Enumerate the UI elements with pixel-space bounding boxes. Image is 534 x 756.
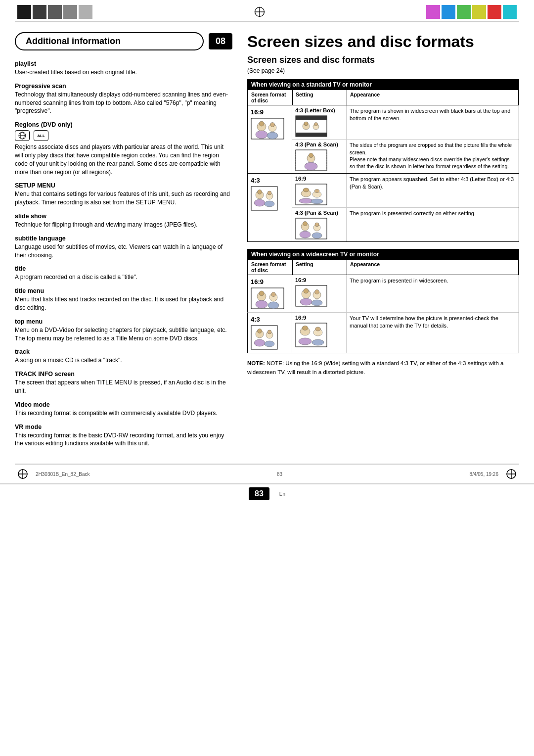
page-footer: 2H30301B_En_82_Back 83 8/4/05, 19:26 xyxy=(0,465,534,483)
entry-track: track A song on a music CD is called a "… xyxy=(15,348,232,365)
svg-point-46 xyxy=(312,233,322,238)
term-playlist: playlist xyxy=(15,60,232,67)
svg-point-35 xyxy=(303,188,309,192)
svg-point-60 xyxy=(312,300,322,306)
svg-point-45 xyxy=(300,231,311,238)
settings-169: 4:3 (Letter Box) xyxy=(292,105,519,173)
svg-point-56 xyxy=(304,288,309,293)
crosshair-bottom-left xyxy=(17,469,28,479)
color-block-r1 xyxy=(426,5,440,19)
desc-track-info: The screen that appears when TITLE MENU … xyxy=(15,378,232,395)
table-header-wide: Screen format of disc Setting Appearance xyxy=(248,260,519,275)
svg-rect-15 xyxy=(296,133,327,137)
setting-panscan-169: 4:3 (Pan & Scan) The si xyxy=(292,140,519,173)
svg-point-28 xyxy=(258,190,262,194)
disc-169: 16:9 xyxy=(248,105,292,173)
disc-wide-169: 16:9 xyxy=(248,275,292,312)
svg-point-58 xyxy=(315,290,319,294)
desc-subtitle-language: Language used for subtitles of movies, e… xyxy=(15,243,232,260)
svg-point-10 xyxy=(270,123,275,127)
svg-point-31 xyxy=(254,199,265,206)
setting-img-wide-43 xyxy=(295,323,327,347)
desc-playlist: User-created titles based on each origin… xyxy=(15,68,232,77)
term-subtitle-language: subtitle language xyxy=(15,235,232,242)
note-label: NOTE: xyxy=(247,360,265,366)
color-block-1 xyxy=(17,5,31,19)
appearance-wide-43: Your TV will determine how the picture i… xyxy=(347,313,519,353)
color-block-5 xyxy=(79,5,92,19)
svg-rect-26 xyxy=(251,187,277,210)
entry-track-info: TRACK INFO screen The screen that appear… xyxy=(15,371,232,395)
disc-label-43: 4:3 xyxy=(251,177,260,184)
setting-wide-43: 16:9 Your xyxy=(292,313,519,353)
color-block-r3 xyxy=(457,5,471,19)
desc-top-menu: Menu on a DVD-Video for selecting chapte… xyxy=(15,326,232,343)
col-disc: Screen format of disc xyxy=(248,90,293,105)
row-43: 4:3 xyxy=(247,173,519,242)
svg-point-72 xyxy=(315,327,321,331)
setting-wide-169: 16:9 The program is presen xyxy=(292,275,519,312)
svg-point-44 xyxy=(315,223,319,227)
desc-video-mode: This recording format is compatible with… xyxy=(15,409,232,418)
entry-setup-menu: SETUP MENU Menu that contains settings f… xyxy=(15,182,232,207)
entry-slide-show: slide show Technique for flipping throug… xyxy=(15,213,232,229)
term-track-info: TRACK INFO screen xyxy=(15,371,232,378)
term-setup-menu: SETUP MENU xyxy=(15,182,232,189)
col-appearance-wide: Appearance xyxy=(347,260,518,275)
entry-vr-mode: VR mode This recording format is the bas… xyxy=(15,424,232,448)
section-header: Additional information 08 xyxy=(15,32,232,50)
footer-left: 2H30301B_En_82_Back xyxy=(17,469,90,479)
term-progressive-scan: Progressive scan xyxy=(15,83,232,90)
term-regions: Regions (DVD only) xyxy=(15,121,232,128)
footer-lang: En xyxy=(279,491,285,497)
setting-label-wide-43: 16:9 xyxy=(292,313,347,353)
desc-track: A song on a music CD is called a "track"… xyxy=(15,356,232,365)
bottom-center: 83 En xyxy=(249,487,285,500)
setting-text-wide-169: 16:9 xyxy=(295,277,343,283)
row-169: 16:9 xyxy=(247,105,519,173)
svg-point-51 xyxy=(271,292,276,297)
entry-video-mode: Video mode This recording format is comp… xyxy=(15,401,232,418)
col-appearance: Appearance xyxy=(347,90,518,105)
footer-center: 83 xyxy=(277,472,282,477)
appearance-169-for-43: The program appears squashed. Set to eit… xyxy=(347,174,519,207)
setting-label-wide-169: 16:9 xyxy=(292,275,347,312)
standard-tv-section: When viewing on a standard TV or monitor… xyxy=(247,79,519,242)
crosshair-center xyxy=(254,6,266,18)
svg-point-74 xyxy=(312,339,324,345)
left-column: Additional information 08 playlist User-… xyxy=(15,32,232,454)
settings-43: 16:9 xyxy=(292,174,519,241)
row-wide-169: 16:9 16:9 xyxy=(247,275,519,312)
entry-regions: Regions (DVD only) ALL Regions associate… xyxy=(15,121,232,176)
desc-setup-menu: Menu that contains settings for various … xyxy=(15,190,232,207)
svg-point-11 xyxy=(256,131,267,139)
col-disc-wide: Screen format of disc xyxy=(248,260,293,275)
svg-point-66 xyxy=(254,339,265,346)
color-block-4 xyxy=(63,5,77,19)
setting-label-169-for-43: 16:9 xyxy=(292,174,347,207)
term-vr-mode: VR mode xyxy=(15,424,232,430)
desc-progressive-scan: Technology that simultaneously displays … xyxy=(15,91,232,115)
setting-img-panscan-169 xyxy=(295,149,327,171)
term-track: track xyxy=(15,348,232,355)
svg-point-70 xyxy=(302,326,308,331)
setting-text-169-for-43: 16:9 xyxy=(295,176,343,182)
svg-point-67 xyxy=(265,341,274,347)
page-bottom: 83 En xyxy=(0,483,534,505)
svg-point-59 xyxy=(300,298,312,305)
setting-img-wide-169 xyxy=(295,285,327,307)
footer-right-text: 8/4/05, 19:26 xyxy=(470,472,498,477)
col-setting-wide: Setting xyxy=(293,260,347,275)
svg-point-53 xyxy=(268,302,279,309)
setting-text-panscan-for-43: 4:3 (Pan & Scan) xyxy=(295,210,343,216)
sub-title: Screen sizes and disc formats xyxy=(247,55,519,65)
color-block-3 xyxy=(48,5,62,19)
disc-image-169 xyxy=(251,118,284,140)
disc-label-wide-169: 16:9 xyxy=(251,278,264,285)
header-top xyxy=(0,0,534,21)
region-icon-1 xyxy=(15,130,30,141)
desc-slide-show: Technique for flipping through and viewi… xyxy=(15,221,232,229)
svg-point-8 xyxy=(259,121,264,126)
desc-regions: Regions associate discs and players with… xyxy=(15,143,232,176)
appearance-letterbox: The program is shown in widescreen with … xyxy=(347,105,519,139)
